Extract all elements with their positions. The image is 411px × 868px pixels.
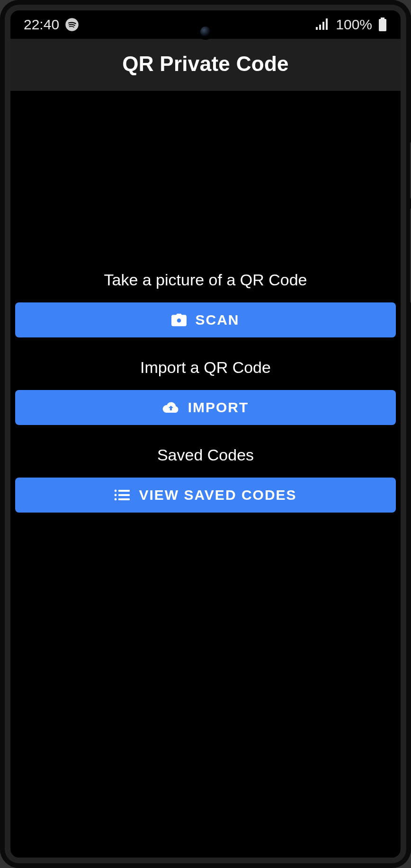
cloud-upload-icon — [162, 401, 179, 414]
svg-rect-5 — [381, 18, 384, 19]
screen: 22:40 — [10, 10, 401, 858]
page-title: QR Private Code — [16, 52, 395, 76]
svg-rect-3 — [322, 22, 324, 30]
list-icon — [114, 489, 130, 501]
main-content: Take a picture of a QR Code SCAN Import … — [10, 91, 401, 858]
camera-icon — [171, 313, 187, 327]
svg-rect-13 — [118, 494, 130, 496]
svg-rect-4 — [326, 18, 328, 30]
view-saved-button-label: VIEW SAVED CODES — [139, 487, 296, 503]
status-time: 22:40 — [24, 17, 59, 33]
scan-button[interactable]: SCAN — [15, 302, 396, 337]
import-button-label: IMPORT — [188, 399, 249, 416]
status-battery-pct: 100% — [336, 17, 372, 33]
svg-rect-6 — [379, 19, 386, 31]
scan-label: Take a picture of a QR Code — [15, 271, 396, 289]
front-camera — [200, 27, 211, 37]
svg-rect-12 — [118, 490, 130, 492]
svg-point-9 — [115, 490, 117, 492]
svg-point-10 — [115, 494, 117, 496]
saved-label: Saved Codes — [15, 446, 396, 464]
spotify-icon — [65, 18, 79, 32]
svg-rect-1 — [316, 27, 318, 30]
device-frame: 22:40 — [0, 0, 411, 868]
scan-button-label: SCAN — [195, 312, 239, 328]
signal-icon — [316, 18, 330, 31]
app-bar: QR Private Code — [10, 39, 401, 91]
view-saved-button[interactable]: VIEW SAVED CODES — [15, 478, 396, 513]
svg-rect-14 — [118, 498, 130, 500]
import-label: Import a QR Code — [15, 358, 396, 377]
import-button[interactable]: IMPORT — [15, 390, 396, 425]
svg-rect-2 — [319, 25, 321, 30]
svg-point-11 — [115, 498, 117, 501]
battery-icon — [378, 18, 387, 32]
